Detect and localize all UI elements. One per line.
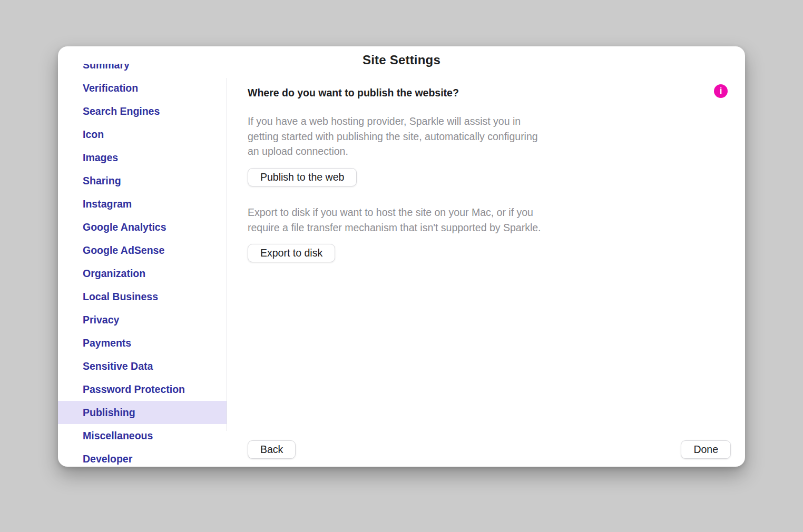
sidebar-item-label: Summary bbox=[83, 64, 130, 71]
sidebar-item-label: Publishing bbox=[83, 407, 135, 418]
sidebar-item-label: Instagram bbox=[83, 198, 132, 210]
sidebar-item-summary[interactable]: Summary bbox=[58, 64, 227, 76]
site-settings-dialog: Site Settings SummaryVerificationSearch … bbox=[58, 46, 745, 467]
done-button[interactable]: Done bbox=[681, 440, 731, 459]
sidebar-item-label: Google AdSense bbox=[83, 244, 164, 256]
sidebar-item-label: Privacy bbox=[83, 314, 119, 326]
desktop-background: Site Settings SummaryVerificationSearch … bbox=[0, 0, 803, 532]
sidebar-item-sharing[interactable]: Sharing bbox=[58, 169, 227, 192]
sidebar-divider bbox=[227, 78, 227, 431]
settings-sidebar: SummaryVerificationSearch EnginesIconIma… bbox=[58, 64, 227, 467]
sidebar-item-label: Miscellaneous bbox=[83, 430, 153, 441]
sidebar-item-developer[interactable]: Developer bbox=[58, 447, 227, 467]
panel-heading: Where do you want to publish the website… bbox=[248, 87, 459, 99]
sidebar-item-icon[interactable]: Icon bbox=[58, 123, 227, 146]
sidebar-item-label: Google Analytics bbox=[83, 221, 167, 233]
export-to-disk-button[interactable]: Export to disk bbox=[248, 244, 335, 262]
sidebar-item-label: Search Engines bbox=[83, 105, 160, 117]
sidebar-item-sensitive-data[interactable]: Sensitive Data bbox=[58, 354, 227, 378]
sidebar-item-search-engines[interactable]: Search Engines bbox=[58, 100, 227, 123]
sidebar-item-publishing[interactable]: Publishing bbox=[58, 401, 227, 424]
sidebar-item-label: Sensitive Data bbox=[83, 360, 153, 372]
sidebar-item-label: Images bbox=[83, 152, 118, 163]
sidebar-list: SummaryVerificationSearch EnginesIconIma… bbox=[58, 64, 227, 467]
sidebar-item-label: Payments bbox=[83, 337, 131, 349]
export-description: Export to disk if you want to host the s… bbox=[248, 205, 541, 235]
sidebar-item-google-adsense[interactable]: Google AdSense bbox=[58, 239, 227, 262]
publishing-panel: Where do you want to publish the website… bbox=[248, 46, 745, 467]
sidebar-item-images[interactable]: Images bbox=[58, 146, 227, 169]
sidebar-item-verification[interactable]: Verification bbox=[58, 76, 227, 100]
sidebar-item-label: Verification bbox=[83, 82, 138, 94]
sidebar-item-organization[interactable]: Organization bbox=[58, 262, 227, 285]
sidebar-item-label: Organization bbox=[83, 268, 145, 279]
sidebar-item-google-analytics[interactable]: Google Analytics bbox=[58, 215, 227, 239]
sidebar-item-label: Password Protection bbox=[83, 383, 185, 395]
sidebar-item-local-business[interactable]: Local Business bbox=[58, 285, 227, 308]
sidebar-item-label: Sharing bbox=[83, 175, 121, 186]
sidebar-item-password-protection[interactable]: Password Protection bbox=[58, 378, 227, 401]
sidebar-item-miscellaneous[interactable]: Miscellaneous bbox=[58, 424, 227, 447]
sidebar-item-label: Local Business bbox=[83, 291, 158, 302]
info-icon[interactable]: i bbox=[714, 84, 728, 98]
publish-description: If you have a web hosting provider, Spar… bbox=[248, 114, 538, 159]
sidebar-item-instagram[interactable]: Instagram bbox=[58, 192, 227, 215]
sidebar-item-privacy[interactable]: Privacy bbox=[58, 308, 227, 331]
publish-to-web-button[interactable]: Publish to the web bbox=[248, 168, 357, 186]
sidebar-item-label: Developer bbox=[83, 453, 132, 465]
back-button[interactable]: Back bbox=[248, 440, 296, 459]
sidebar-item-payments[interactable]: Payments bbox=[58, 331, 227, 354]
sidebar-item-label: Icon bbox=[83, 129, 104, 140]
